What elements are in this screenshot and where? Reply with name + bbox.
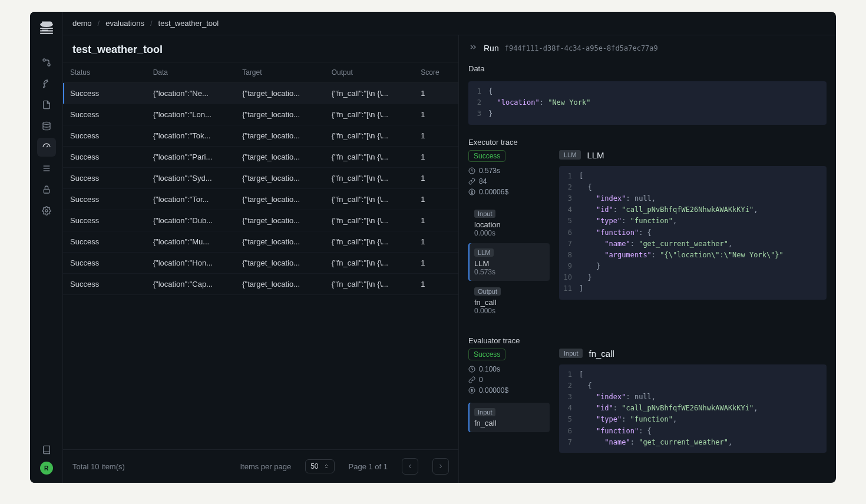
cell-score: 1 [414, 83, 458, 104]
run-id: f944f111-d38f-4c34-a95e-8fd5a7ec77a9 [505, 44, 658, 52]
trace-step[interactable]: Inputlocation0.000s [468, 204, 550, 242]
cell-output: {"fn_call":"[\n {\... [325, 210, 414, 231]
table-row[interactable]: Success{"location":"Mu...{"target_locati… [63, 231, 458, 253]
cell-target: {"target_locatio... [235, 83, 325, 104]
col-header-score[interactable]: Score [414, 62, 458, 83]
col-header-target[interactable]: Target [235, 62, 325, 83]
cell-data: {"location":"Tor... [146, 189, 236, 210]
breadcrumb-item[interactable]: evaluations [105, 19, 144, 28]
table-row[interactable]: Success{"location":"Hon...{"target_locat… [63, 253, 458, 274]
trace-step[interactable]: Outputfn_call0.000s [468, 282, 550, 320]
code-line: 2 { [559, 182, 827, 193]
detail-title: LLM [587, 150, 604, 160]
breadcrumb-item[interactable]: demo [72, 19, 92, 28]
duration-metric: 0.573s [468, 167, 550, 175]
content: test_weather_tool Status Data Target Out… [63, 35, 836, 483]
step-tag: Output [474, 287, 501, 296]
cell-output: {"fn_call":"[\n {\... [325, 231, 414, 253]
col-header-data[interactable]: Data [146, 62, 236, 83]
cell-target: {"target_locatio... [235, 125, 325, 147]
tokens-metric: 84 [468, 177, 550, 185]
nav-document-icon[interactable] [37, 95, 56, 114]
avatar[interactable]: R [40, 462, 53, 475]
page-indicator: Page 1 of 1 [349, 462, 388, 471]
nav-settings-icon[interactable] [37, 201, 56, 220]
nav-lock-icon[interactable] [37, 180, 56, 199]
table-row[interactable]: Success{"location":"Cap...{"target_locat… [63, 274, 458, 295]
duration-metric: 0.100s [468, 365, 550, 373]
evaluator-code-block[interactable]: 1[2 {3 "index": null,4 "id": "call_pNvBh… [559, 364, 827, 453]
cell-output: {"fn_call":"[\n {\... [325, 125, 414, 147]
nav-gauge-icon[interactable] [37, 138, 56, 157]
nav-database-icon[interactable] [37, 117, 56, 135]
nav-book-icon[interactable] [37, 440, 56, 459]
evaluator-section-title: Evaluator trace [459, 333, 836, 349]
prev-page-button[interactable] [402, 458, 418, 475]
detail-title: fn_call [589, 349, 614, 359]
cell-data: {"location":"Hon... [146, 253, 236, 274]
cell-data: {"location":"Pari... [146, 147, 236, 168]
svg-point-5 [48, 64, 50, 66]
svg-point-11 [45, 210, 48, 212]
table-row[interactable]: Success{"location":"Syd...{"target_locat… [63, 168, 458, 189]
table-row[interactable]: Success{"location":"Lon...{"target_locat… [63, 104, 458, 125]
trace-step[interactable]: Inputfn_call [468, 403, 550, 432]
link-icon [468, 178, 475, 185]
executor-code-block[interactable]: 1[2 {3 "index": null,4 "id": "call_pNvBh… [559, 166, 827, 300]
cell-target: {"target_locatio... [235, 189, 325, 210]
cell-status: Success [63, 189, 146, 210]
breadcrumb-item[interactable]: test_weather_tool [158, 19, 219, 28]
svg-rect-3 [40, 33, 53, 34]
cell-output: {"fn_call":"[\n {\... [325, 274, 414, 295]
logo-icon [39, 20, 54, 35]
dollar-icon [468, 188, 475, 195]
page-title: test_weather_tool [63, 35, 458, 62]
nav-flow-icon[interactable] [37, 53, 56, 72]
data-code-block[interactable]: 1{2 "location": "New York"3} [468, 81, 827, 125]
run-label: Run [484, 44, 499, 53]
code-line: 10 } [559, 272, 827, 283]
clock-icon [468, 167, 475, 174]
cost-metric: 0.00006$ [468, 188, 550, 196]
code-line: 6 "function": { [559, 426, 827, 437]
step-time: 0.000s [474, 229, 544, 237]
cell-output: {"fn_call":"[\n {\... [325, 189, 414, 210]
run-header: Run f944f111-d38f-4c34-a95e-8fd5a7ec77a9 [459, 35, 836, 61]
next-page-button[interactable] [432, 458, 449, 475]
cell-target: {"target_locatio... [235, 210, 325, 231]
cell-score: 1 [414, 210, 458, 231]
code-line: 5 "type": "function", [559, 215, 827, 227]
cell-output: {"fn_call":"[\n {\... [325, 168, 414, 189]
col-header-output[interactable]: Output [325, 62, 414, 83]
table-row[interactable]: Success{"location":"Ne...{"target_locati… [63, 83, 458, 104]
cell-score: 1 [414, 125, 458, 147]
executor-summary: Success 0.573s 84 0.00006$ [468, 150, 550, 321]
trace-step[interactable]: LLMLLM0.573s [468, 243, 550, 281]
tokens-value: 84 [479, 177, 487, 185]
code-line: 2 { [559, 380, 827, 392]
collapse-panel-button[interactable] [468, 42, 478, 54]
cost-value: 0.00000$ [479, 386, 508, 394]
cell-target: {"target_locatio... [235, 147, 325, 168]
table-row[interactable]: Success{"location":"Pari...{"target_loca… [63, 147, 458, 168]
step-tag: Input [474, 408, 495, 416]
cell-score: 1 [414, 147, 458, 168]
tokens-metric: 0 [468, 376, 550, 384]
table-row[interactable]: Success{"location":"Dub...{"target_locat… [63, 210, 458, 231]
col-header-status[interactable]: Status [63, 62, 146, 83]
step-tag: LLM [474, 248, 494, 257]
breadcrumb-sep: / [150, 19, 153, 28]
table-row[interactable]: Success{"location":"Tor...{"target_locat… [63, 189, 458, 210]
cell-data: {"location":"Cap... [146, 274, 236, 295]
cell-target: {"target_locatio... [235, 104, 325, 125]
table-row[interactable]: Success{"location":"Tok...{"target_locat… [63, 125, 458, 147]
duration-value: 0.573s [479, 167, 500, 175]
code-line: 1[ [559, 369, 827, 380]
nav-rocket-icon[interactable] [37, 74, 56, 93]
clock-icon [468, 366, 475, 373]
svg-point-4 [43, 59, 45, 61]
nav-list-icon[interactable] [37, 159, 56, 178]
items-per-page-select[interactable]: 50 [305, 459, 334, 473]
sidebar: R [30, 12, 63, 483]
cell-data: {"location":"Syd... [146, 168, 236, 189]
